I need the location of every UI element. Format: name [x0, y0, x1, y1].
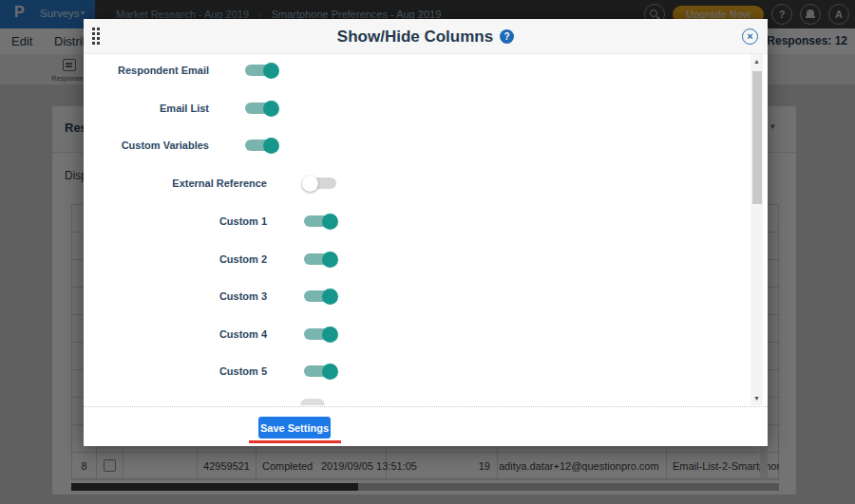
annotation-underline [249, 440, 341, 443]
toggle-custom-3[interactable] [304, 290, 336, 302]
toggle-knob [322, 252, 338, 268]
scroll-down-arrow-icon[interactable]: ▼ [750, 395, 763, 401]
modal-title: Show/Hide Columns [337, 28, 493, 47]
toggle-custom-5[interactable] [304, 365, 336, 377]
toggle-row: Custom 3 [84, 287, 739, 306]
toggle-email-list[interactable] [245, 103, 277, 114]
modal-header: Show/Hide Columns ? × [84, 19, 768, 54]
toggle-knob [302, 176, 318, 192]
toggle-label: Respondent Email [118, 65, 209, 76]
partially-scrolled-toggle [300, 399, 325, 405]
toggle-label: Custom 2 [219, 253, 267, 265]
close-icon[interactable]: × [742, 28, 758, 45]
scrollbar-thumb[interactable] [752, 71, 762, 204]
toggle-knob [263, 63, 279, 79]
toggle-knob [322, 364, 338, 380]
toggle-label: Custom 5 [219, 365, 267, 377]
toggle-external-reference[interactable] [304, 177, 336, 189]
modal-title-wrap: Show/Hide Columns ? [84, 19, 768, 54]
toggle-row: External Reference [84, 174, 739, 193]
toggle-label: Email List [160, 103, 209, 114]
toggle-respondent-email[interactable] [245, 65, 277, 76]
toggle-row: Custom 1 [84, 212, 739, 231]
toggle-label: External Reference [172, 177, 267, 189]
toggle-row: Email List [84, 99, 739, 118]
modal-scrollbar[interactable]: ▲ ▼ [750, 54, 763, 405]
show-hide-columns-modal: Show/Hide Columns ? × Respondent Email E… [84, 19, 768, 446]
toggle-custom-4[interactable] [304, 328, 336, 340]
toggle-label: Custom Variables [122, 140, 209, 151]
toggle-knob [322, 327, 338, 343]
toggle-row: Custom 2 [84, 250, 739, 269]
help-icon[interactable]: ? [500, 29, 514, 44]
toggle-row: Custom 5 [84, 362, 739, 381]
toggle-knob [322, 289, 338, 305]
toggle-custom-variables[interactable] [245, 140, 277, 151]
toggle-knob [322, 214, 338, 230]
toggle-row: Respondent Email [84, 61, 739, 80]
toggle-label: Custom 3 [219, 290, 267, 302]
toggle-knob [263, 101, 279, 117]
save-settings-button[interactable]: Save Settings [258, 417, 331, 439]
toggle-row: Custom 4 [84, 325, 739, 344]
toggle-row: Custom Variables [84, 136, 739, 155]
toggle-custom-1[interactable] [304, 215, 336, 227]
toggle-label: Custom 1 [219, 215, 267, 227]
toggle-custom-2[interactable] [304, 253, 336, 265]
footer-divider [84, 406, 768, 407]
toggle-knob [263, 138, 279, 154]
toggle-label: Custom 4 [219, 328, 267, 340]
scroll-up-arrow-icon[interactable]: ▲ [750, 58, 763, 65]
